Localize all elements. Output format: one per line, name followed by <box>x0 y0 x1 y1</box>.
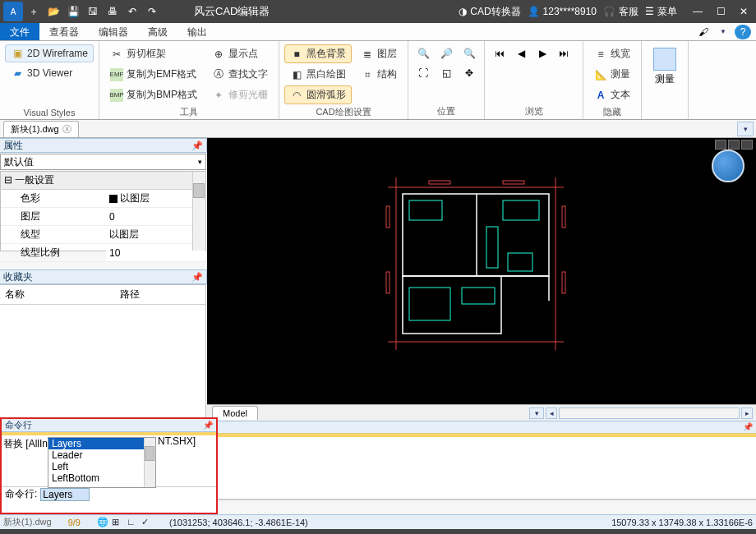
favorites-col-path[interactable]: 路径 <box>120 288 140 302</box>
find-text-button[interactable]: Ⓐ查找文字 <box>206 65 274 84</box>
bw-draw-button[interactable]: ◧黑白绘图 <box>284 65 352 84</box>
autocomplete-option[interactable]: Left <box>48 461 155 472</box>
svg-rect-15 <box>409 200 442 220</box>
close-button[interactable]: ✕ <box>736 4 751 19</box>
pin-icon[interactable]: 📌 <box>743 422 753 431</box>
pan-icon[interactable]: ✥ <box>459 64 479 82</box>
ribbon-tabs: 文件 查看器 编辑器 高级 输出 🖌 ▼ ? <box>0 23 756 41</box>
canvas-max-icon[interactable] <box>728 140 740 150</box>
viewer3d-button[interactable]: ▰3D Viewer <box>5 64 94 82</box>
tab-advanced[interactable]: 高级 <box>138 23 177 40</box>
support-button[interactable]: 🎧 客服 <box>603 5 638 19</box>
text-button[interactable]: A文本 <box>588 85 636 104</box>
print-icon[interactable]: 🖶 <box>104 2 122 21</box>
show-point-button[interactable]: ⊕显示点 <box>206 44 274 63</box>
help-icon[interactable]: ? <box>735 25 751 39</box>
open-icon[interactable]: 📂 <box>44 2 62 21</box>
wireframe-button[interactable]: ▣2D Wireframe <box>5 44 94 62</box>
autocomplete-option[interactable]: Layers <box>48 438 155 449</box>
properties-default-combo[interactable]: 默认值 ▾ <box>0 154 206 170</box>
zoom-fit-icon[interactable]: ⛶ <box>413 64 433 82</box>
view-cube[interactable] <box>712 150 744 182</box>
pin-icon[interactable]: 📌 <box>191 272 203 283</box>
ribbon-group-tools: ✂剪切框架 EMF复制为EMF格式 BMP复制为BMP格式 ⊕显示点 Ⓐ查找文字… <box>99 41 279 119</box>
ribbon-group-browse: ⏮ ◀ ▶ ⏭ 浏览 <box>485 41 583 119</box>
structure-icon: ⌗ <box>361 68 374 81</box>
bmp-icon: BMP <box>110 89 123 102</box>
hscroll-track[interactable] <box>559 407 740 419</box>
svg-rect-5 <box>386 272 390 293</box>
doctab-dropdown[interactable]: ▾ <box>737 122 754 136</box>
smooth-arc-button[interactable]: ◠圆滑弧形 <box>284 85 352 104</box>
save-pdf-icon[interactable]: 🖫 <box>84 2 102 21</box>
dropdown-icon[interactable]: ▼ <box>715 25 731 39</box>
structure-button[interactable]: ⌗结构 <box>355 65 403 84</box>
save-icon[interactable]: 💾 <box>64 2 82 21</box>
status-grid-icon[interactable]: ⊞ <box>112 517 123 528</box>
model-tab[interactable]: Model <box>212 406 258 420</box>
canvas-close-icon[interactable] <box>741 140 753 150</box>
doc-tab-close-icon[interactable]: ⓧ <box>62 123 71 136</box>
zoom-out-icon[interactable]: 🔍 <box>459 44 479 62</box>
black-bg-button[interactable]: ■黑色背景 <box>284 44 352 63</box>
copy-bmp-button[interactable]: BMP复制为BMP格式 <box>104 85 203 104</box>
maximize-button[interactable]: ☐ <box>713 4 728 19</box>
measure-big-button[interactable]: 测量 <box>647 44 683 90</box>
prop-row-layer[interactable]: 图层0 <box>1 208 205 226</box>
layer-button[interactable]: ≣图层 <box>355 44 403 63</box>
status-globe-icon[interactable]: 🌐 <box>97 517 108 528</box>
prop-row-color[interactable]: 色彩以图层 <box>1 190 205 208</box>
undo-icon[interactable]: ↶ <box>123 2 141 21</box>
drawing-canvas[interactable] <box>207 138 756 404</box>
layout-dropdown[interactable]: ▾ <box>529 407 544 419</box>
pin-icon[interactable]: 📌 <box>191 140 203 151</box>
minimize-button[interactable]: — <box>690 4 705 19</box>
prop-row-linescale[interactable]: 线型比例10 <box>1 244 205 262</box>
cad-converter-button[interactable]: ◑ CAD转换器 <box>459 5 520 19</box>
zoom-extent-icon[interactable]: ◱ <box>436 64 456 82</box>
properties-scroll-thumb[interactable] <box>193 183 205 198</box>
nav-last-icon[interactable]: ⏭ <box>554 44 574 62</box>
clip-icon: ✂ <box>110 48 123 61</box>
copy-emf-button[interactable]: EMF复制为EMF格式 <box>104 65 203 84</box>
status-filename: 新块(1).dwg <box>3 516 52 528</box>
new-icon[interactable]: ＋ <box>25 2 43 21</box>
tab-editor[interactable]: 编辑器 <box>89 23 138 40</box>
nav-first-icon[interactable]: ⏮ <box>490 44 509 62</box>
redo-icon[interactable]: ↷ <box>143 2 161 21</box>
svg-rect-7 <box>562 272 565 293</box>
status-snap-icon[interactable]: ✓ <box>141 517 153 528</box>
nav-prev-icon[interactable]: ◀ <box>511 44 531 62</box>
nav-next-icon[interactable]: ▶ <box>532 44 552 62</box>
prop-row-linetype[interactable]: 线型以图层 <box>1 226 205 244</box>
trim-light-button[interactable]: ✦修剪光栅 <box>206 85 274 104</box>
commandline-input[interactable]: Layers <box>40 488 90 501</box>
user-account[interactable]: 👤 123****8910 <box>528 6 597 17</box>
autocomplete-option[interactable]: LeftBottom <box>48 472 155 484</box>
linewidth-button[interactable]: ≡线宽 <box>588 44 636 63</box>
tab-viewer[interactable]: 查看器 <box>39 23 89 40</box>
measure-button[interactable]: 📐测量 <box>588 65 636 84</box>
menu-button[interactable]: ☰ 菜单 <box>645 5 677 19</box>
svg-rect-9 <box>503 181 524 184</box>
app-logo[interactable]: A <box>3 2 23 21</box>
pin-icon[interactable]: 📌 <box>203 421 213 430</box>
clip-frame-button[interactable]: ✂剪切框架 <box>104 44 203 63</box>
canvas-min-icon[interactable] <box>715 140 726 150</box>
autocomplete-scrollbar[interactable] <box>144 438 155 487</box>
floorplan-drawing <box>380 177 572 361</box>
autocomplete-option[interactable]: Leader <box>48 449 155 461</box>
prop-section-general[interactable]: ⊟ 一般设置 <box>1 172 205 190</box>
style-icon[interactable]: 🖌 <box>695 25 712 39</box>
tab-output[interactable]: 输出 <box>177 23 217 40</box>
autocomplete-list[interactable]: Layers Leader Left LeftBottom <box>48 437 156 488</box>
tab-file[interactable]: 文件 <box>0 23 39 40</box>
status-ortho-icon[interactable]: ∟ <box>127 517 138 528</box>
hscroll-right[interactable]: ▸ <box>741 407 753 419</box>
favorites-col-name[interactable]: 名称 <box>5 288 120 302</box>
hscroll-left[interactable]: ◂ <box>546 407 557 419</box>
zoom-window-icon[interactable]: 🔍 <box>413 44 433 62</box>
zoom-in-icon[interactable]: 🔎 <box>436 44 456 62</box>
document-tab[interactable]: 新块(1).dwg ⓧ <box>3 121 79 137</box>
layer-icon: ≣ <box>361 48 374 61</box>
